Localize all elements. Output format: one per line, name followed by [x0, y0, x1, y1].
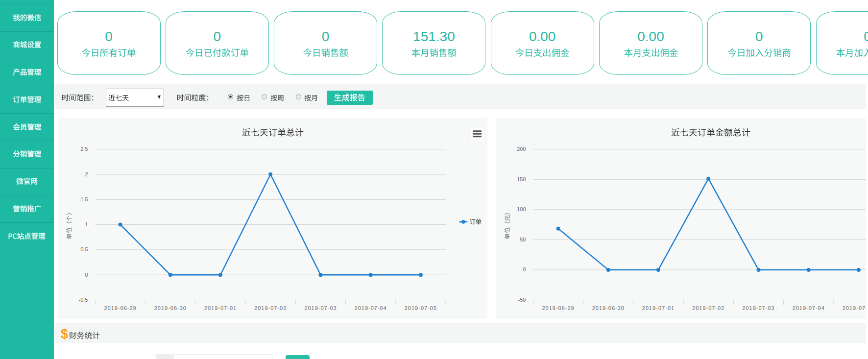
svg-text:1.5: 1.5 — [80, 196, 88, 202]
svg-text:-0.5: -0.5 — [79, 297, 88, 303]
svg-text:0: 0 — [85, 272, 88, 278]
svg-text:2019-06-30: 2019-06-30 — [154, 305, 187, 311]
svg-text:0.5: 0.5 — [80, 246, 88, 252]
svg-text:2.5: 2.5 — [80, 146, 88, 152]
svg-text:2019-07-03: 2019-07-03 — [304, 305, 337, 311]
svg-text:50: 50 — [520, 237, 526, 242]
svg-text:100: 100 — [517, 206, 526, 212]
svg-text:2019-07-04: 2019-07-04 — [793, 305, 825, 311]
svg-text:150: 150 — [517, 176, 526, 182]
svg-text:2019-07-01: 2019-07-01 — [204, 305, 237, 311]
svg-text:2019-07-05: 2019-07-05 — [843, 305, 868, 311]
svg-text:2019-07-01: 2019-07-01 — [642, 305, 675, 311]
svg-text:2019-07-02: 2019-07-02 — [692, 305, 724, 311]
svg-text:2019-06-29: 2019-06-29 — [542, 305, 574, 311]
svg-text:0: 0 — [523, 266, 526, 272]
svg-text:2019-07-05: 2019-07-05 — [405, 305, 437, 311]
svg-text:2: 2 — [85, 171, 88, 177]
svg-text:2019-07-03: 2019-07-03 — [742, 305, 774, 311]
svg-text:2019-07-04: 2019-07-04 — [355, 305, 387, 311]
svg-text:2019-07-02: 2019-07-02 — [254, 305, 287, 311]
svg-text:-50: -50 — [518, 297, 526, 303]
svg-text:200: 200 — [517, 146, 526, 152]
svg-text:1: 1 — [85, 221, 88, 227]
svg-text:2019-06-29: 2019-06-29 — [104, 305, 136, 311]
svg-text:2019-06-30: 2019-06-30 — [592, 305, 625, 311]
